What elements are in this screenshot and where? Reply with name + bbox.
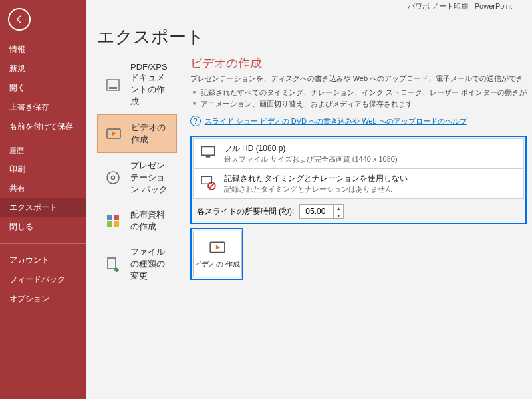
help-icon: ?	[190, 116, 201, 126]
svg-rect-6	[107, 215, 112, 220]
cd-icon	[105, 169, 121, 186]
no-narration-icon	[199, 173, 217, 192]
nav-divider	[0, 243, 86, 244]
svg-rect-11	[201, 146, 215, 155]
export-package-cd[interactable]: プレゼンテーション パック	[97, 153, 177, 202]
nav-share[interactable]: 共有	[0, 179, 86, 198]
svg-rect-12	[205, 156, 210, 157]
handout-icon	[105, 212, 121, 229]
nav-export[interactable]: エクスポート	[0, 198, 86, 217]
duration-down-icon[interactable]: ▼	[334, 212, 343, 219]
create-video-icon	[207, 239, 227, 257]
window-title: パワポ ノート印刷 - PowerPoint	[388, 0, 532, 13]
svg-rect-9	[114, 221, 119, 227]
svg-point-4	[107, 172, 119, 184]
create-video-button[interactable]: ビデオの 作成	[193, 231, 242, 277]
nav-save[interactable]: 上書き保存	[0, 98, 86, 117]
video-section-title: ビデオの作成	[190, 55, 527, 71]
video-quality-title: フル HD (1080 p)	[224, 143, 398, 154]
video-timing-title: 記録されたタイミングとナレーションを使用しない	[224, 173, 408, 184]
export-package-cd-label: プレゼンテーション パック	[130, 160, 169, 196]
export-create-video-label: ビデオの作成	[131, 122, 168, 146]
nav-info[interactable]: 情報	[0, 40, 86, 59]
duration-spinner[interactable]: 05.00 ▲ ▼	[299, 204, 344, 219]
svg-rect-8	[107, 221, 112, 227]
nav-new[interactable]: 新規	[0, 59, 86, 78]
video-timing-desc: 記録されたタイミングとナレーションはありません	[224, 184, 408, 194]
export-change-filetype[interactable]: ファイルの種類の変更	[97, 239, 177, 289]
svg-rect-7	[114, 215, 119, 220]
main-panel: パワポ ノート印刷 - PowerPoint エクスポート PDF/XPS ドキ…	[86, 0, 532, 399]
nav-saveas[interactable]: 名前を付けて保存	[0, 117, 86, 136]
export-pdf-xps[interactable]: PDF/XPS ドキュメントの作成	[97, 55, 177, 114]
export-create-video[interactable]: ビデオの作成	[97, 114, 177, 153]
export-pdf-xps-label: PDF/XPS ドキュメントの作成	[130, 62, 169, 108]
nav-account[interactable]: アカウント	[0, 251, 86, 270]
filetype-icon	[105, 255, 121, 273]
nav-feedback[interactable]: フィードバック	[0, 270, 86, 289]
export-handouts[interactable]: 配布資料の作成	[97, 202, 177, 239]
duration-value: 05.00	[300, 205, 333, 218]
nav-options[interactable]: オプション	[0, 289, 86, 309]
video-timing-selector[interactable]: 記録されたタイミングとナレーションを使用しない 記録されたタイミングとナレーショ…	[193, 169, 524, 199]
video-section-subtitle: プレゼンテーションを、ディスクへの書き込みや Web へのアップロード、電子メー…	[190, 74, 527, 84]
video-help-link[interactable]: スライド ショー ビデオの DVD への書き込みや Web へのアップロードのヘ…	[205, 116, 467, 126]
svg-rect-10	[108, 258, 116, 269]
svg-rect-1	[109, 87, 117, 89]
create-video-button-label: ビデオの 作成	[194, 259, 240, 269]
nav-history-label: 履歴	[0, 142, 86, 160]
export-change-filetype-label: ファイルの種類の変更	[130, 246, 169, 282]
video-help-link-row: ? スライド ショー ビデオの DVD への書き込みや Web へのアップロード…	[190, 116, 527, 126]
video-icon	[106, 125, 122, 142]
duration-label: 各スライドの所要時間 (秒):	[197, 206, 295, 217]
create-video-highlight: ビデオの 作成	[190, 228, 243, 280]
export-handouts-label: 配布資料の作成	[130, 209, 169, 233]
duration-up-icon[interactable]: ▲	[334, 205, 343, 212]
svg-point-5	[112, 176, 115, 180]
video-quality-selector[interactable]: フル HD (1080 p) 最大ファイル サイズおよび完全高画質 (1440 …	[193, 138, 524, 169]
nav-close[interactable]: 閉じる	[0, 217, 86, 237]
nav-open[interactable]: 開く	[0, 78, 86, 98]
pdf-icon	[105, 76, 121, 94]
video-primary-settings-highlight: フル HD (1080 p) 最大ファイル サイズおよび完全高画質 (1440 …	[190, 136, 527, 224]
back-button[interactable]	[8, 8, 31, 31]
video-quality-desc: 最大ファイル サイズおよび完全高画質 (1440 x 1080)	[224, 154, 398, 164]
sidebar: 情報 新規 開く 上書き保存 名前を付けて保存 履歴 印刷 共有 エクスポート …	[0, 0, 86, 399]
monitor-icon	[199, 143, 217, 162]
arrow-left-icon	[14, 14, 25, 25]
video-settings-pane: ビデオの作成 プレゼンテーションを、ディスクへの書き込みや Web へのアップロ…	[177, 55, 532, 289]
svg-marker-3	[112, 132, 116, 136]
video-bullet-2: アニメーション、画面切り替え、およびメディアも保存されます	[190, 99, 527, 109]
svg-marker-17	[215, 245, 220, 249]
nav-print[interactable]: 印刷	[0, 160, 86, 179]
export-type-list: PDF/XPS ドキュメントの作成 ビデオの作成 プレゼンテーション パック 配…	[97, 55, 177, 289]
video-bullet-1: 記録されたすべてのタイミング、ナレーション、インク ストローク、レーザー ポイン…	[190, 88, 527, 98]
